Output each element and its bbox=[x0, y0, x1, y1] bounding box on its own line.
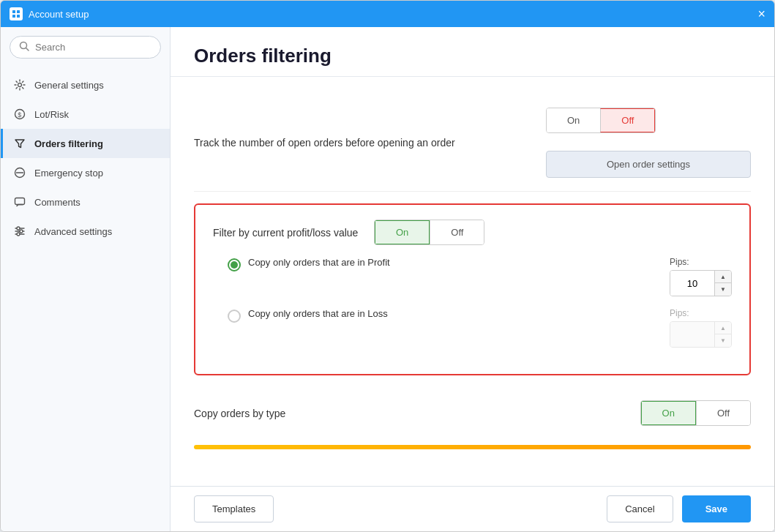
gear-icon bbox=[12, 78, 27, 92]
loss-pips-up[interactable]: ▲ bbox=[715, 322, 731, 334]
profit-pips-input-wrap: ▲ ▼ bbox=[670, 270, 732, 296]
svg-point-15 bbox=[17, 227, 20, 230]
app-icon bbox=[10, 7, 23, 20]
yellow-bar-wrap bbox=[194, 445, 751, 449]
content-header: Orders filtering bbox=[171, 27, 774, 77]
profit-pips-up[interactable]: ▲ bbox=[715, 271, 731, 283]
sidebar-item-orders-filtering[interactable]: Orders filtering bbox=[1, 129, 170, 158]
sidebar-label-orders-filtering: Orders filtering bbox=[34, 138, 103, 149]
svg-text:$: $ bbox=[18, 111, 21, 119]
profit-pips-arrows: ▲ ▼ bbox=[714, 271, 731, 296]
filter-profit-off-btn[interactable]: Off bbox=[430, 220, 484, 244]
loss-option-row: Copy only orders that are in Loss Pips: … bbox=[228, 308, 732, 348]
save-button[interactable]: Save bbox=[682, 495, 751, 522]
yellow-bar bbox=[194, 445, 751, 449]
copy-orders-label: Copy orders by type bbox=[194, 408, 640, 419]
sidebar-item-lot-risk[interactable]: $ Lot/Risk bbox=[1, 100, 170, 129]
sidebar-label-advanced-settings: Advanced settings bbox=[34, 226, 112, 237]
sidebar-label-emergency-stop: Emergency stop bbox=[34, 168, 103, 179]
sliders-icon bbox=[12, 224, 27, 239]
dollar-icon: $ bbox=[12, 107, 27, 121]
loss-radio[interactable] bbox=[228, 310, 241, 323]
footer: Templates Cancel Save bbox=[171, 486, 774, 531]
comment-icon bbox=[12, 195, 27, 209]
open-order-settings-btn[interactable]: Open order settings bbox=[546, 151, 751, 178]
sidebar-item-comments[interactable]: Comments bbox=[1, 187, 170, 217]
svg-rect-2 bbox=[12, 15, 15, 18]
cancel-button[interactable]: Cancel bbox=[607, 495, 673, 522]
page-title: Orders filtering bbox=[194, 45, 751, 67]
search-box[interactable] bbox=[10, 36, 161, 59]
content-area: Orders filtering Track the number of ope… bbox=[171, 27, 774, 531]
track-orders-off-btn[interactable]: Off bbox=[600, 108, 655, 132]
svg-point-17 bbox=[17, 233, 20, 236]
sidebar-item-advanced-settings[interactable]: Advanced settings bbox=[1, 217, 170, 246]
footer-actions: Cancel Save bbox=[607, 495, 751, 522]
copy-orders-on-btn[interactable]: On bbox=[641, 401, 696, 425]
profit-radio[interactable] bbox=[228, 258, 241, 271]
search-icon bbox=[19, 41, 29, 53]
loss-pips-label: Pips: bbox=[670, 308, 689, 318]
profit-loss-options: Copy only orders that are in Profit Pips… bbox=[213, 257, 732, 348]
copy-orders-row: Copy orders by type On Off bbox=[194, 387, 751, 439]
filter-profit-section: Filter by current profit/loss value On O… bbox=[194, 203, 751, 375]
profit-pips-input[interactable] bbox=[670, 271, 714, 296]
sidebar-label-lot-risk: Lot/Risk bbox=[34, 109, 69, 120]
copy-orders-off-btn[interactable]: Off bbox=[696, 401, 750, 425]
content-body: Track the number of open orders before o… bbox=[171, 77, 774, 486]
svg-point-6 bbox=[18, 83, 22, 87]
svg-rect-1 bbox=[17, 10, 20, 13]
sidebar-label-general: General settings bbox=[34, 80, 104, 91]
loss-pips-down[interactable]: ▼ bbox=[715, 334, 731, 347]
app-window: Account setup × bbox=[0, 0, 775, 532]
search-input[interactable] bbox=[35, 42, 151, 53]
filter-profit-row: Filter by current profit/loss value On O… bbox=[213, 220, 732, 245]
circle-slash-icon bbox=[12, 165, 27, 180]
svg-rect-3 bbox=[17, 15, 20, 18]
svg-line-5 bbox=[26, 48, 29, 51]
svg-rect-11 bbox=[15, 198, 25, 205]
close-button[interactable]: × bbox=[757, 7, 765, 20]
profit-pips-down[interactable]: ▼ bbox=[715, 283, 731, 296]
templates-button[interactable]: Templates bbox=[194, 495, 274, 522]
loss-pips-input[interactable] bbox=[670, 322, 714, 347]
profit-pips-control: Pips: ▲ ▼ bbox=[670, 257, 732, 296]
copy-orders-toggle: On Off bbox=[640, 400, 751, 426]
sidebar-label-comments: Comments bbox=[34, 197, 81, 208]
loss-pips-control: Pips: ▲ ▼ bbox=[670, 308, 732, 348]
filter-icon bbox=[12, 136, 27, 151]
svg-rect-0 bbox=[12, 10, 15, 13]
filter-profit-toggle: On Off bbox=[374, 220, 484, 245]
track-orders-on-btn[interactable]: On bbox=[547, 108, 600, 132]
sidebar-item-general[interactable]: General settings bbox=[1, 70, 170, 100]
main-layout: General settings $ Lot/Risk Orders f bbox=[1, 27, 774, 531]
filter-profit-label: Filter by current profit/loss value bbox=[213, 227, 359, 239]
loss-radio-label: Copy only orders that are in Loss bbox=[248, 308, 388, 319]
profit-radio-label: Copy only orders that are in Profit bbox=[248, 257, 390, 268]
titlebar-title: Account setup bbox=[29, 9, 89, 20]
svg-point-16 bbox=[20, 230, 23, 233]
filter-profit-on-btn[interactable]: On bbox=[375, 220, 430, 244]
track-orders-label: Track the number of open orders before o… bbox=[194, 137, 546, 149]
profit-option-row: Copy only orders that are in Profit Pips… bbox=[228, 257, 732, 296]
titlebar-left: Account setup bbox=[10, 7, 89, 20]
track-orders-row: Track the number of open orders before o… bbox=[194, 94, 751, 192]
sidebar: General settings $ Lot/Risk Orders f bbox=[1, 27, 171, 531]
loss-pips-input-wrap: ▲ ▼ bbox=[670, 321, 732, 348]
sidebar-item-emergency-stop[interactable]: Emergency stop bbox=[1, 158, 170, 187]
loss-pips-arrows: ▲ ▼ bbox=[714, 322, 731, 347]
titlebar: Account setup × bbox=[1, 1, 774, 27]
profit-pips-label: Pips: bbox=[670, 257, 689, 267]
track-orders-toggle: On Off bbox=[546, 108, 656, 133]
